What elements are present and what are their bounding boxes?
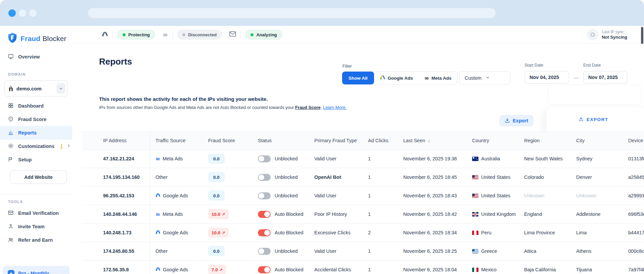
sidebar-item-dashboard[interactable]: Dashboard [0,99,72,113]
table-row[interactable]: 96.255.42.153Google Ads0.0UnblockedValid… [82,187,644,205]
column-header-fraud-score[interactable]: Fraud Score [203,138,254,143]
flag-au-icon [472,157,478,161]
meta-ads-icon: ∞ [155,156,160,162]
table-row[interactable]: 140.248.44.146∞Meta Ads10.0↗Auto Blocked… [82,205,644,224]
block-toggle[interactable] [258,229,271,236]
sidebar-item-email-verification[interactable]: Email Verification [0,206,72,220]
table-row[interactable]: 140.248.1.73Google Ads10.0↗Auto BlockedE… [82,224,644,242]
email-status-pill: Analyzing [245,30,282,40]
fraud-score-cell: 0.0 [203,191,254,201]
column-header-traffic-source[interactable]: Traffic Source [150,138,203,143]
block-toggle[interactable] [258,248,271,255]
domain-selector[interactable]: ṅ demo.com [4,80,68,96]
fraud-score-cell: 10.0↗ [203,228,254,238]
primary-fraud-type-cell: Excessive Clicks [311,230,364,235]
column-header-region[interactable]: Region [520,138,572,143]
region-cell: Attica [520,248,572,254]
google-ads-color-icon [380,75,385,81]
fraud-score-link[interactable]: Fraud Score [295,105,321,110]
domain-dropdown-button[interactable] [56,83,65,94]
country-cell: United States [468,174,520,180]
column-divider [150,131,150,274]
city-cell: Unknown [572,193,625,198]
ip-address-cell: 172.56.35.8 [82,267,150,272]
filter-meta-ads-button[interactable]: ∞ Meta Ads [419,72,457,84]
column-header-status[interactable]: Status [254,138,311,143]
country-cell: Mexico [468,267,520,272]
primary-fraud-type-cell: Accidental Clicks [311,267,364,272]
device-cell: 01313f8 [625,156,644,161]
people-icon [8,237,14,244]
column-header-city[interactable]: City [572,138,625,143]
sort-desc-icon[interactable]: ↓ [428,138,430,143]
region-cell: Unknown [520,193,572,198]
primary-fraud-type-cell: Valid User [311,193,364,198]
table-row[interactable]: 47.162.21.224∞Meta Ads0.0UnblockedValid … [82,150,644,168]
primary-fraud-type-cell: Valid User [311,248,364,254]
country-cell: Greece [468,248,520,254]
domain-selector-value: demo.com [16,86,53,91]
start-date-input[interactable]: Nov 04, 2025 [524,71,569,84]
meta-icon: ∞ [424,75,429,81]
learn-more-link[interactable]: Learn More. [323,105,347,110]
column-header-device[interactable]: Device [625,138,644,143]
column-header-primary-fraud-type[interactable]: Primary Fraud Type [311,138,364,143]
address-bar[interactable] [88,8,496,18]
logo[interactable]: Fraud Blocker [0,26,72,47]
block-toggle[interactable] [258,192,271,199]
sidebar: Fraud Blocker Overview DOMAIN ṅ demo.com… [0,26,73,274]
ip-address-cell: 140.248.44.146 [82,211,150,217]
flag-icon [8,156,14,163]
sidebar-item-label: Customizations [18,144,54,149]
export-caps-button[interactable]: EXPORT [579,115,608,124]
sidebar-item-setup[interactable]: Setup [0,153,72,166]
sidebar-item-overview[interactable]: Overview [0,50,72,64]
device-cell: 000c8c4 [625,248,644,254]
sidebar-item-fraud-score[interactable]: Fraud Score [0,113,72,126]
fraud-score-cell: 0.0 [203,172,254,182]
page-title: Reports [99,56,132,67]
city-cell: Athens [572,248,625,254]
sidebar-item-refer-and-earn[interactable]: Refer and Earn [0,233,72,247]
table-row[interactable]: 174.245.80.55Other0.0UnblockedValid User… [82,242,644,261]
sidebar-item-label: Reports [18,130,37,135]
add-website-button[interactable]: Add Website [10,170,67,184]
fraud-score-badge: 7.0↗ [208,265,226,274]
window-maximize-button[interactable] [29,9,37,17]
mail-icon [229,31,236,38]
date-range-select[interactable]: Custom [459,71,510,85]
status-cell: Unblocked [254,192,311,199]
sidebar-item-customizations[interactable]: Customizations ! [0,140,72,153]
window-minimize-button[interactable] [19,9,26,17]
export-button[interactable]: Export [499,115,534,126]
column-header-last-seen[interactable]: Last Seen↓ [400,138,468,143]
filter-google-ads-button[interactable]: Google Ads [374,72,419,84]
window-close-button[interactable] [8,9,16,17]
google-ads-icon [155,267,160,272]
city-cell: Tijuana [572,267,625,272]
sidebar-item-reports[interactable]: Reports [0,126,72,140]
filter-show-all-button[interactable]: Show All [342,72,374,84]
fraud-score-badge: 10.0↗ [208,209,229,219]
table-row[interactable]: 172.56.35.8Google Ads7.0↗Auto BlockedAcc… [82,261,644,274]
block-toggle[interactable] [258,174,271,181]
block-toggle[interactable] [258,155,271,162]
sidebar-item-label: Overview [18,54,40,60]
country-cell: United Kingdom [468,211,520,217]
column-header-ip-address[interactable]: IP Address [82,138,150,143]
last-sync-label: Last IP sync: [602,30,627,34]
table-row[interactable]: 174.195.134.160Other0.0UnblockedOpenAI B… [82,168,644,187]
country-cell: Australia [468,156,520,161]
block-toggle[interactable] [258,266,271,273]
column-header-ad-clicks[interactable]: Ad Clicks [364,138,400,143]
status-cell: Unblocked [254,155,311,162]
block-toggle[interactable] [258,211,271,218]
end-date-input[interactable]: Nov 07, 2025 [583,71,627,84]
region-cell: Baja California [520,267,572,272]
sidebar-item-invite-team[interactable]: Invite Team [0,220,72,233]
device-cell: b44417a [625,230,644,235]
sync-icon[interactable] [587,29,598,40]
column-header-country[interactable]: Country [468,138,520,143]
meta-ads-icon: ∞ [155,211,160,217]
sidebar-item-plan[interactable]: ★ Pro - Monthly [3,266,70,274]
